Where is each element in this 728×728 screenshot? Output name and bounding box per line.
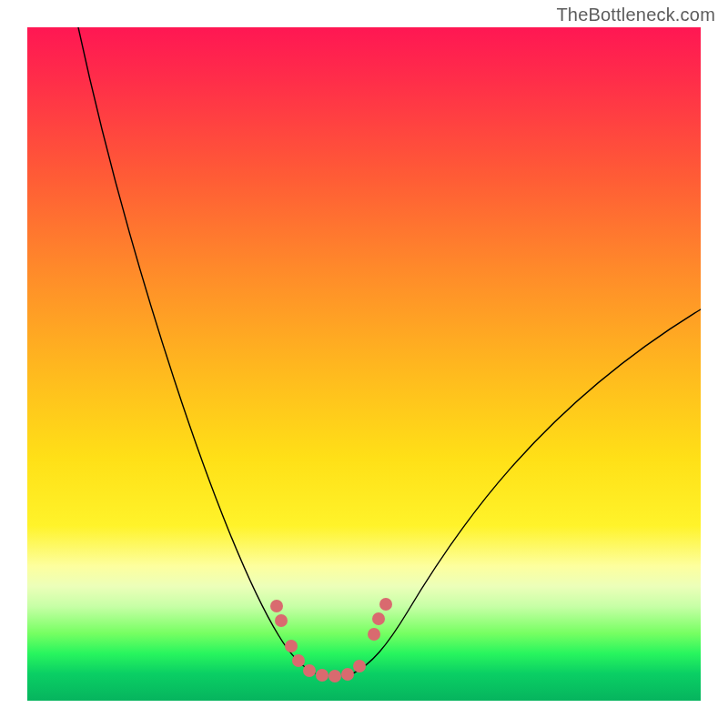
bottleneck-marker-cluster <box>270 598 392 682</box>
svg-point-11 <box>379 598 392 611</box>
curve-right-limb <box>353 309 701 673</box>
svg-point-9 <box>368 628 380 641</box>
watermark-text: TheBottleneck.com <box>556 5 715 25</box>
svg-point-0 <box>270 600 283 612</box>
svg-point-6 <box>329 670 341 682</box>
svg-point-8 <box>353 660 366 672</box>
curve-left-limb <box>78 27 315 673</box>
svg-point-1 <box>275 614 288 627</box>
bottleneck-curve-plot <box>27 27 701 701</box>
svg-point-10 <box>372 612 385 625</box>
svg-point-7 <box>341 668 354 681</box>
svg-point-5 <box>316 669 329 682</box>
svg-point-3 <box>292 654 305 667</box>
svg-point-2 <box>285 640 298 652</box>
figure-root: TheBottleneck.com <box>0 0 728 728</box>
svg-point-4 <box>303 664 316 677</box>
